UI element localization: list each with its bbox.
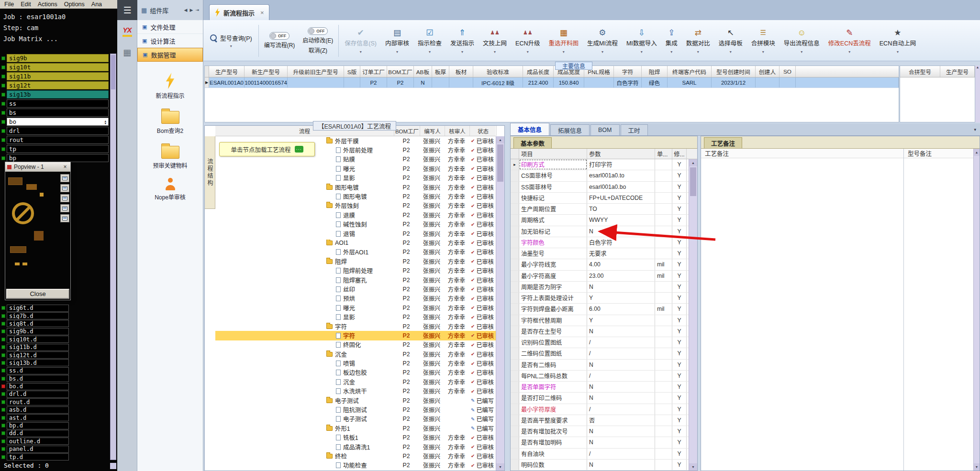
toolbar-button-12[interactable]: ↖选择母板▾ (714, 22, 747, 60)
process-node-row[interactable]: 阻焊P2张振兴方幸幸✔已审核 (215, 257, 496, 266)
tab-2[interactable]: 拓展信息 (550, 124, 590, 135)
param-row[interactable]: 是否有增加批次号NY (511, 426, 697, 437)
process-node-row[interactable]: 水洗烘干P2张振兴方幸幸✔已审核 (215, 387, 496, 396)
layer-row[interactable]: sig7b.d (1, 312, 78, 319)
layer-sig7b.d[interactable]: sig7b.d (7, 312, 69, 319)
params-scrollbar[interactable]: ▲ ▼ (689, 159, 697, 471)
param-row[interactable]: 最小字符厚度/Y (511, 404, 697, 415)
layer-row[interactable]: sig12t (1, 81, 109, 90)
param-row[interactable]: 是否高平整度要求否Y (511, 415, 697, 426)
next-icon[interactable]: ▶ (190, 8, 193, 12)
layer-row[interactable]: drl (1, 126, 109, 135)
layer-row[interactable]: sig10t (1, 63, 109, 72)
layer-sig9b.d[interactable]: sig9b.d (7, 328, 69, 335)
layer-row[interactable]: sig9b (1, 54, 109, 63)
param-row[interactable]: 每PNL二维码总数/Y (511, 371, 697, 382)
menu-button[interactable]: ☰ (117, 0, 137, 20)
layer-drl.d[interactable]: drl.d (7, 391, 69, 398)
process-node-row[interactable]: 碱性蚀刻P2张振兴方幸幸✔已审核 (215, 220, 496, 229)
params-column-header[interactable]: 项目 (519, 149, 587, 159)
layer-sig9b[interactable]: sig9b (7, 54, 109, 62)
popview-tool-button[interactable] (60, 194, 69, 202)
write-flow-toggle-group[interactable]: OFF 编写流程(R) (260, 22, 299, 60)
process-node-row[interactable]: 丝印P2张振兴方幸幸✔已审核 (215, 285, 496, 294)
layer-asb.d[interactable]: asb.d (7, 406, 69, 414)
module-item-2[interactable]: Bom查询2 (137, 107, 203, 136)
module-item-3[interactable]: 预审关键物料 (137, 142, 203, 171)
column-header[interactable]: SO (780, 66, 796, 77)
chevron-down-icon[interactable]: ▾ (974, 127, 976, 132)
params-column-header[interactable]: 参数 (587, 149, 655, 159)
process-node-row[interactable]: 沉金P2张振兴方幸幸✔已审核 (215, 377, 496, 386)
process-node-row[interactable]: 喷锡P2张振兴方幸幸✔已审核 (215, 359, 496, 368)
param-row[interactable]: 二维码位置图纸/Y (511, 348, 697, 359)
param-value-cell[interactable]: N (587, 460, 655, 470)
column-header[interactable]: 生产型号 (940, 66, 975, 77)
layer-sig6t.d[interactable]: sig6t.d (7, 305, 69, 312)
layer-row[interactable]: asb.d (1, 406, 78, 414)
layer-sig8t.d[interactable]: sig8t.d (7, 320, 69, 327)
column-header[interactable]: 阻焊 (642, 66, 668, 77)
column-header[interactable]: 板厚 (432, 66, 449, 77)
param-value-cell[interactable]: N (587, 326, 655, 337)
toolbar-button-11[interactable]: ⇄数据对比▾ (682, 22, 714, 60)
process-node-row[interactable]: 退膜P2张振兴方幸幸✔已审核 (215, 210, 496, 219)
toolbar-button-1[interactable]: ✔保存信息(S)▾ (340, 22, 381, 60)
enable-edit-toggle[interactable]: OFF (308, 27, 328, 35)
tree-scrollbar[interactable]: ▲ ▼ (496, 136, 504, 471)
process-node-row[interactable]: 电子测试P2张振兴✎已编写 (215, 396, 496, 405)
menu-item-actions[interactable]: Actions (34, 1, 61, 8)
tree-column-header[interactable]: BOM工厂 (394, 126, 420, 136)
popview-close-button[interactable]: Close (6, 289, 69, 299)
column-header[interactable]: 终端客户代码 (668, 66, 712, 77)
module-item-4[interactable]: Nope单审核 (137, 176, 203, 202)
param-value-cell[interactable]: TO (587, 204, 655, 214)
process-node-row[interactable]: 功能检查P2张振兴方幸幸✔已审核 (215, 461, 496, 470)
layer-row[interactable]: rout.d (1, 398, 78, 406)
layer-tp[interactable]: tp (7, 145, 109, 153)
layer-sig11b[interactable]: sig11b (7, 72, 109, 80)
param-value-cell[interactable]: N (587, 382, 655, 392)
prev-icon[interactable]: ◀ (184, 8, 188, 12)
tree-column-header[interactable]: 状态 (470, 126, 497, 136)
toolbar-button-5[interactable]: ♟♟文技上网▾ (479, 22, 511, 60)
abacus-icon[interactable]: ▦ (117, 47, 137, 58)
param-value-cell[interactable]: N (587, 393, 655, 403)
param-value-cell[interactable]: / (587, 404, 655, 415)
layer-row[interactable]: sig12t.d (1, 351, 78, 359)
column-header[interactable]: 验收标准 (473, 66, 523, 77)
param-row[interactable]: 字符颜色白色字符Y (511, 237, 697, 248)
process-node-row[interactable]: 显影P2张振兴方幸幸✔已审核 (215, 174, 496, 183)
tab-3[interactable]: BOM (590, 124, 619, 135)
tab-close-icon[interactable]: × (260, 9, 264, 16)
param-row[interactable]: ▸印刷方式打印字符Y (511, 159, 697, 170)
layer-bs.d[interactable]: bs.d (7, 375, 69, 382)
layer-sig12t[interactable]: sig12t (7, 81, 109, 89)
param-value-cell[interactable]: / (587, 371, 655, 381)
cam-scrollbar[interactable] (110, 54, 116, 460)
toolbar-button-14[interactable]: ☺导出流程信息▾ (780, 22, 824, 60)
column-header[interactable]: 生产型号 (209, 66, 245, 77)
param-row[interactable]: 最小字符高度23.00milY (511, 271, 697, 282)
process-node-row[interactable]: 成品清洗1P2张振兴方幸幸✔已审核 (215, 442, 496, 451)
layer-dd.d[interactable]: dd.d (7, 430, 69, 437)
column-header[interactable]: S版 (344, 66, 360, 77)
param-value-cell[interactable]: N (587, 437, 655, 448)
tree-column-header[interactable]: 编写人 (420, 126, 445, 136)
layer-row[interactable]: ss.d (1, 367, 78, 374)
layer-rout[interactable]: rout (7, 136, 109, 144)
param-value-cell[interactable]: WWYY (587, 215, 655, 225)
popview-tool-button[interactable] (60, 204, 69, 212)
column-header[interactable]: 创建人 (756, 66, 780, 77)
param-value-cell[interactable]: 无要求 (587, 248, 655, 259)
layer-sig10t[interactable]: sig10t (7, 63, 109, 71)
process-node-row[interactable]: 阻抗测试P2张振兴✎已编写 (215, 405, 496, 414)
scroll-thumb[interactable] (497, 144, 503, 182)
tab-1[interactable]: 基本信息 (510, 123, 549, 135)
param-row[interactable]: 生产周期位置TOY (511, 204, 697, 215)
param-row[interactable]: 周期是否为阴字NY (511, 282, 697, 293)
process-node-row[interactable]: 图形电镀P2张振兴方幸幸✔已审核 (215, 183, 496, 192)
toolbar-button-9[interactable]: ⇩MI数据导入▾ (622, 22, 661, 60)
column-header[interactable]: 新生产型号 (245, 66, 288, 77)
param-value-cell[interactable]: FP+UL+DATECODE (587, 193, 655, 203)
